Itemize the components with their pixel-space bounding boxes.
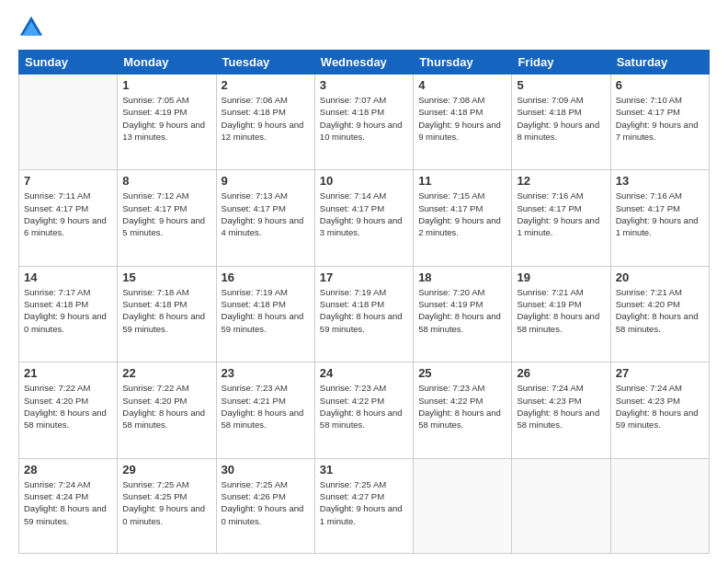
calendar-cell: 3Sunrise: 7:07 AM Sunset: 4:18 PM Daylig… <box>314 75 413 170</box>
day-info: Sunrise: 7:10 AM Sunset: 4:17 PM Dayligh… <box>616 94 704 143</box>
calendar-week-0: 1Sunrise: 7:05 AM Sunset: 4:19 PM Daylig… <box>19 75 710 170</box>
header-day-wednesday: Wednesday <box>314 51 413 75</box>
calendar-cell: 4Sunrise: 7:08 AM Sunset: 4:18 PM Daylig… <box>414 75 512 170</box>
day-number: 14 <box>24 270 112 284</box>
day-info: Sunrise: 7:23 AM Sunset: 4:22 PM Dayligh… <box>418 382 506 431</box>
day-info: Sunrise: 7:20 AM Sunset: 4:19 PM Dayligh… <box>418 286 506 335</box>
calendar-cell <box>19 75 118 170</box>
calendar-cell: 21Sunrise: 7:22 AM Sunset: 4:20 PM Dayli… <box>19 362 118 458</box>
calendar-cell: 30Sunrise: 7:25 AM Sunset: 4:26 PM Dayli… <box>216 458 314 553</box>
day-number: 12 <box>517 174 605 188</box>
calendar-week-2: 14Sunrise: 7:17 AM Sunset: 4:18 PM Dayli… <box>19 266 710 362</box>
calendar-cell: 7Sunrise: 7:11 AM Sunset: 4:17 PM Daylig… <box>19 170 118 266</box>
header-day-friday: Friday <box>512 51 610 75</box>
day-info: Sunrise: 7:22 AM Sunset: 4:20 PM Dayligh… <box>24 382 112 431</box>
day-number: 25 <box>418 366 506 380</box>
calendar-cell: 17Sunrise: 7:19 AM Sunset: 4:18 PM Dayli… <box>314 266 413 362</box>
calendar-cell: 19Sunrise: 7:21 AM Sunset: 4:19 PM Dayli… <box>512 266 610 362</box>
header-day-monday: Monday <box>118 51 216 75</box>
calendar-cell: 15Sunrise: 7:18 AM Sunset: 4:18 PM Dayli… <box>118 266 216 362</box>
day-info: Sunrise: 7:23 AM Sunset: 4:21 PM Dayligh… <box>222 382 310 431</box>
day-number: 1 <box>122 78 210 92</box>
day-info: Sunrise: 7:19 AM Sunset: 4:18 PM Dayligh… <box>222 286 310 335</box>
day-info: Sunrise: 7:11 AM Sunset: 4:17 PM Dayligh… <box>24 190 112 238</box>
calendar-cell: 8Sunrise: 7:12 AM Sunset: 4:17 PM Daylig… <box>118 170 216 266</box>
day-info: Sunrise: 7:25 AM Sunset: 4:26 PM Dayligh… <box>222 478 310 527</box>
calendar-cell: 31Sunrise: 7:25 AM Sunset: 4:27 PM Dayli… <box>314 458 413 553</box>
day-number: 27 <box>616 366 704 380</box>
day-number: 22 <box>122 366 210 380</box>
calendar-cell: 20Sunrise: 7:21 AM Sunset: 4:20 PM Dayli… <box>610 266 709 362</box>
day-info: Sunrise: 7:21 AM Sunset: 4:20 PM Dayligh… <box>616 286 704 335</box>
day-info: Sunrise: 7:06 AM Sunset: 4:18 PM Dayligh… <box>222 94 310 143</box>
day-number: 16 <box>222 270 310 284</box>
calendar-cell: 1Sunrise: 7:05 AM Sunset: 4:19 PM Daylig… <box>118 75 216 170</box>
calendar-cell: 22Sunrise: 7:22 AM Sunset: 4:20 PM Dayli… <box>118 362 216 458</box>
day-number: 24 <box>320 366 408 380</box>
calendar-page: SundayMondayTuesdayWednesdayThursdayFrid… <box>0 0 728 563</box>
day-info: Sunrise: 7:12 AM Sunset: 4:17 PM Dayligh… <box>122 190 210 238</box>
calendar-cell: 16Sunrise: 7:19 AM Sunset: 4:18 PM Dayli… <box>216 266 314 362</box>
calendar-cell: 24Sunrise: 7:23 AM Sunset: 4:22 PM Dayli… <box>314 362 413 458</box>
day-info: Sunrise: 7:25 AM Sunset: 4:27 PM Dayligh… <box>320 478 408 527</box>
calendar-table: SundayMondayTuesdayWednesdayThursdayFrid… <box>18 50 710 554</box>
day-info: Sunrise: 7:08 AM Sunset: 4:18 PM Dayligh… <box>418 94 506 143</box>
day-number: 29 <box>122 463 210 477</box>
day-number: 13 <box>616 174 704 188</box>
day-number: 6 <box>616 78 704 92</box>
day-number: 31 <box>320 463 408 477</box>
day-info: Sunrise: 7:22 AM Sunset: 4:20 PM Dayligh… <box>122 382 210 431</box>
calendar-cell <box>512 458 610 553</box>
day-number: 4 <box>418 78 506 92</box>
day-number: 21 <box>24 366 112 380</box>
day-number: 5 <box>517 78 605 92</box>
day-number: 8 <box>122 174 210 188</box>
calendar-cell: 14Sunrise: 7:17 AM Sunset: 4:18 PM Dayli… <box>19 266 118 362</box>
day-info: Sunrise: 7:24 AM Sunset: 4:23 PM Dayligh… <box>616 382 704 431</box>
calendar-cell: 18Sunrise: 7:20 AM Sunset: 4:19 PM Dayli… <box>414 266 512 362</box>
header-day-thursday: Thursday <box>414 51 512 75</box>
day-info: Sunrise: 7:15 AM Sunset: 4:17 PM Dayligh… <box>418 190 506 238</box>
day-number: 26 <box>517 366 605 380</box>
calendar-cell: 27Sunrise: 7:24 AM Sunset: 4:23 PM Dayli… <box>610 362 709 458</box>
day-info: Sunrise: 7:17 AM Sunset: 4:18 PM Dayligh… <box>24 286 112 335</box>
calendar-cell: 11Sunrise: 7:15 AM Sunset: 4:17 PM Dayli… <box>414 170 512 266</box>
day-info: Sunrise: 7:09 AM Sunset: 4:18 PM Dayligh… <box>517 94 605 143</box>
calendar-cell: 2Sunrise: 7:06 AM Sunset: 4:18 PM Daylig… <box>216 75 314 170</box>
calendar-cell: 28Sunrise: 7:24 AM Sunset: 4:24 PM Dayli… <box>19 458 118 553</box>
calendar-week-3: 21Sunrise: 7:22 AM Sunset: 4:20 PM Dayli… <box>19 362 710 458</box>
day-info: Sunrise: 7:07 AM Sunset: 4:18 PM Dayligh… <box>320 94 408 143</box>
day-number: 17 <box>320 270 408 284</box>
day-info: Sunrise: 7:05 AM Sunset: 4:19 PM Dayligh… <box>122 94 210 143</box>
day-number: 3 <box>320 78 408 92</box>
day-info: Sunrise: 7:21 AM Sunset: 4:19 PM Dayligh… <box>517 286 605 335</box>
day-number: 30 <box>222 463 310 477</box>
header-row: SundayMondayTuesdayWednesdayThursdayFrid… <box>19 51 710 75</box>
day-number: 15 <box>122 270 210 284</box>
calendar-cell: 23Sunrise: 7:23 AM Sunset: 4:21 PM Dayli… <box>216 362 314 458</box>
day-info: Sunrise: 7:19 AM Sunset: 4:18 PM Dayligh… <box>320 286 408 335</box>
day-info: Sunrise: 7:13 AM Sunset: 4:17 PM Dayligh… <box>222 190 310 238</box>
day-info: Sunrise: 7:18 AM Sunset: 4:18 PM Dayligh… <box>122 286 210 335</box>
day-number: 20 <box>616 270 704 284</box>
calendar-cell: 6Sunrise: 7:10 AM Sunset: 4:17 PM Daylig… <box>610 75 709 170</box>
day-number: 23 <box>222 366 310 380</box>
calendar-cell: 26Sunrise: 7:24 AM Sunset: 4:23 PM Dayli… <box>512 362 610 458</box>
calendar-cell <box>414 458 512 553</box>
day-info: Sunrise: 7:16 AM Sunset: 4:17 PM Dayligh… <box>517 190 605 238</box>
calendar-cell: 29Sunrise: 7:25 AM Sunset: 4:25 PM Dayli… <box>118 458 216 553</box>
day-number: 11 <box>418 174 506 188</box>
day-number: 19 <box>517 270 605 284</box>
logo <box>18 15 48 40</box>
calendar-cell: 25Sunrise: 7:23 AM Sunset: 4:22 PM Dayli… <box>414 362 512 458</box>
day-info: Sunrise: 7:16 AM Sunset: 4:17 PM Dayligh… <box>616 190 704 238</box>
day-info: Sunrise: 7:25 AM Sunset: 4:25 PM Dayligh… <box>122 478 210 527</box>
logo-icon <box>18 15 44 40</box>
header-day-sunday: Sunday <box>19 51 118 75</box>
day-number: 10 <box>320 174 408 188</box>
calendar-cell: 5Sunrise: 7:09 AM Sunset: 4:18 PM Daylig… <box>512 75 610 170</box>
calendar-body: 1Sunrise: 7:05 AM Sunset: 4:19 PM Daylig… <box>19 75 710 554</box>
calendar-cell: 9Sunrise: 7:13 AM Sunset: 4:17 PM Daylig… <box>216 170 314 266</box>
day-number: 28 <box>24 463 112 477</box>
calendar-week-4: 28Sunrise: 7:24 AM Sunset: 4:24 PM Dayli… <box>19 458 710 553</box>
